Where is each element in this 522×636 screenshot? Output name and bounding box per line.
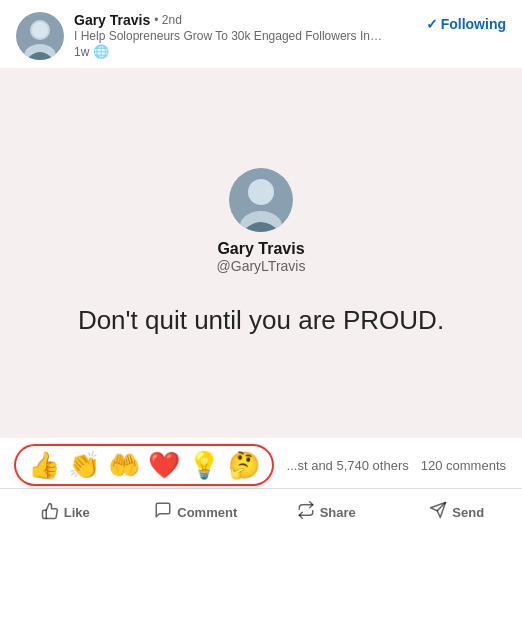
reaction-support[interactable]: 🤲 (108, 452, 140, 478)
inner-author-handle: @GaryLTravis (217, 258, 306, 274)
share-label: Share (320, 505, 356, 520)
reactions-count: ...st and 5,740 others (287, 458, 409, 473)
comment-icon (154, 501, 172, 524)
globe-icon: 🌐 (93, 44, 109, 59)
comment-label: Comment (177, 505, 237, 520)
svg-point-3 (32, 22, 48, 38)
reaction-popup-wrap: 👍 👏 🤲 ❤️ 💡 🤔 (16, 446, 272, 484)
action-buttons-bar: Like Comment Share Send (0, 488, 522, 536)
send-icon (429, 501, 447, 524)
author-name: Gary Travis (74, 12, 150, 28)
post-meta: Gary Travis • 2nd I Help Solopreneurs Gr… (74, 12, 418, 59)
inner-card: Gary Travis @GaryLTravis Don't quit unti… (38, 168, 484, 338)
quote-text: Don't quit until you are PROUD. (38, 302, 484, 338)
like-icon (41, 502, 59, 524)
inner-author-name: Gary Travis (217, 240, 304, 258)
degree-badge: • 2nd (154, 13, 182, 27)
reaction-clap[interactable]: 👏 (68, 452, 100, 478)
share-button[interactable]: Share (261, 493, 392, 532)
avatar (16, 12, 64, 60)
comments-count: 120 comments (421, 458, 506, 473)
post-header: Gary Travis • 2nd I Help Solopreneurs Gr… (0, 0, 522, 68)
follow-button[interactable]: ✓ Following (426, 16, 506, 32)
share-icon (297, 501, 315, 524)
reaction-love[interactable]: ❤️ (148, 452, 180, 478)
reaction-insightful[interactable]: 💡 (188, 452, 220, 478)
like-label: Like (64, 505, 90, 520)
like-button[interactable]: Like (0, 493, 131, 532)
check-icon: ✓ (426, 16, 438, 32)
send-label: Send (452, 505, 484, 520)
send-button[interactable]: Send (392, 493, 523, 532)
post-image-area: Gary Travis @GaryLTravis Don't quit unti… (0, 68, 522, 438)
inner-avatar (229, 168, 293, 232)
reaction-like[interactable]: 👍 (28, 452, 60, 478)
comment-button[interactable]: Comment (131, 493, 262, 532)
svg-point-5 (248, 179, 274, 205)
reaction-curious[interactable]: 🤔 (228, 452, 260, 478)
post-time: 1w 🌐 (74, 44, 418, 59)
author-bio: I Help Solopreneurs Grow To 30k Engaged … (74, 29, 384, 43)
reaction-popup: 👍 👏 🤲 ❤️ 💡 🤔 (16, 446, 272, 484)
post-card: Gary Travis • 2nd I Help Solopreneurs Gr… (0, 0, 522, 636)
